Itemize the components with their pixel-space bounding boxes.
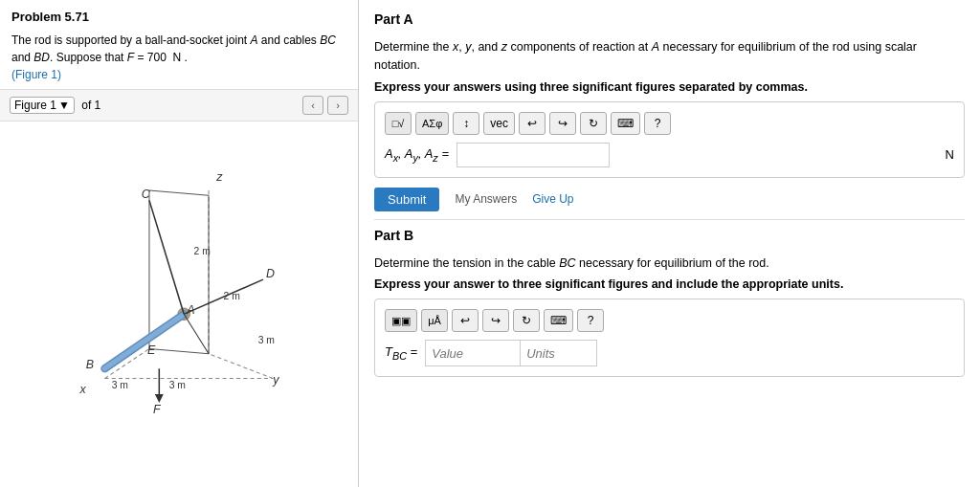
sigma-button[interactable]: ΑΣφ bbox=[415, 112, 449, 135]
help-icon-b: ? bbox=[588, 314, 594, 327]
undo-icon-b: ↩ bbox=[460, 314, 470, 327]
vec-icon: vec bbox=[490, 117, 508, 130]
submit-button-a[interactable]: Submit bbox=[374, 188, 439, 211]
reset-icon: ↻ bbox=[589, 117, 598, 130]
help-button-b[interactable]: ? bbox=[577, 309, 604, 332]
figure-diagram: x y z bbox=[26, 161, 332, 448]
part-a-answer-box: □√ ΑΣφ ↕ vec ↩ ↪ ↻ bbox=[374, 101, 965, 178]
figure-controls: Figure 1 ▼ of 1 ‹ › bbox=[0, 90, 358, 122]
svg-text:x: x bbox=[79, 383, 87, 396]
part-b-description: Determine the tension in the cable BC ne… bbox=[374, 255, 965, 273]
part-a-unit: N bbox=[946, 147, 954, 162]
updown-button[interactable]: ↕ bbox=[453, 112, 479, 135]
svg-text:2 m: 2 m bbox=[194, 246, 211, 256]
value-input[interactable] bbox=[425, 340, 521, 366]
sigma-icon: ΑΣφ bbox=[422, 118, 442, 129]
value-units-row bbox=[425, 340, 597, 366]
prev-button[interactable]: ‹ bbox=[302, 96, 323, 115]
part-b-emphasis: Express your answer to three significant… bbox=[374, 277, 965, 291]
svg-text:A: A bbox=[186, 303, 194, 317]
part-b-input-label: TBC = bbox=[385, 344, 417, 362]
redo-button-a[interactable]: ↪ bbox=[549, 112, 576, 135]
part-b: Part B Determine the tension in the cabl… bbox=[374, 228, 965, 387]
left-panel: Problem 5.71 The rod is supported by a b… bbox=[0, 0, 359, 487]
part-a-header: Part A bbox=[374, 11, 965, 31]
part-b-header: Part B bbox=[374, 228, 965, 247]
svg-text:E: E bbox=[147, 343, 156, 357]
svg-rect-0 bbox=[31, 161, 327, 448]
svg-text:D: D bbox=[266, 267, 275, 280]
svg-text:C: C bbox=[142, 188, 151, 201]
mu-button[interactable]: μÅ bbox=[421, 309, 448, 332]
figure-of-label: of 1 bbox=[78, 99, 100, 112]
chevron-down-icon: ▼ bbox=[58, 99, 70, 112]
vec-button[interactable]: vec bbox=[483, 112, 515, 135]
problem-desc-text: The rod is supported by a ball-and-socke… bbox=[11, 33, 336, 64]
keyboard-icon-b: ⌨ bbox=[550, 314, 567, 327]
redo-icon: ↪ bbox=[558, 117, 568, 130]
reset-icon-b: ↻ bbox=[522, 314, 531, 327]
reset-button-a[interactable]: ↻ bbox=[580, 112, 607, 135]
part-a-input[interactable] bbox=[457, 143, 610, 167]
units-input[interactable] bbox=[521, 340, 597, 366]
figure-select: Figure 1 ▼ of 1 bbox=[10, 97, 100, 114]
svg-text:3 m: 3 m bbox=[258, 335, 275, 345]
svg-text:3 m: 3 m bbox=[169, 380, 186, 390]
problem-title: Problem 5.71 bbox=[11, 10, 346, 24]
toolbar-b: ▣▣ μÅ ↩ ↪ ↻ ⌨ ? bbox=[385, 309, 954, 332]
give-up-link[interactable]: Give Up bbox=[532, 192, 573, 206]
matrix-button[interactable]: ▣▣ bbox=[385, 309, 417, 332]
part-a-input-row: Ax, Ay, Az = N bbox=[385, 143, 954, 167]
redo-icon-b: ↪ bbox=[491, 314, 501, 327]
toolbar-a: □√ ΑΣφ ↕ vec ↩ ↪ ↻ bbox=[385, 112, 954, 135]
problem-header: Problem 5.71 The rod is supported by a b… bbox=[0, 0, 358, 90]
problem-description: The rod is supported by a ball-and-socke… bbox=[11, 32, 346, 83]
mu-icon: μÅ bbox=[428, 315, 441, 326]
svg-text:3 m: 3 m bbox=[112, 380, 128, 390]
keyboard-button-a[interactable]: ⌨ bbox=[611, 112, 640, 135]
part-a-submit-row: Submit My Answers Give Up bbox=[374, 188, 965, 211]
keyboard-button-b[interactable]: ⌨ bbox=[544, 309, 573, 332]
nav-buttons: ‹ › bbox=[302, 96, 348, 115]
figure-area: x y z bbox=[0, 122, 358, 487]
figure-select-box[interactable]: Figure 1 ▼ bbox=[10, 97, 75, 114]
undo-icon: ↩ bbox=[527, 117, 537, 130]
part-b-answer-box: ▣▣ μÅ ↩ ↪ ↻ ⌨ ? bbox=[374, 299, 965, 377]
help-button-a[interactable]: ? bbox=[644, 112, 671, 135]
undo-button-a[interactable]: ↩ bbox=[519, 112, 546, 135]
sqrt-icon: □√ bbox=[392, 118, 405, 129]
svg-text:y: y bbox=[272, 373, 279, 387]
sqrt-button[interactable]: □√ bbox=[385, 112, 412, 135]
part-a-description: Determine the x, y, and z components of … bbox=[374, 38, 965, 75]
figure-label: Figure 1 bbox=[14, 99, 56, 112]
right-panel: Part A Determine the x, y, and z compone… bbox=[359, 0, 980, 487]
my-answers-link[interactable]: My Answers bbox=[455, 192, 517, 206]
undo-button-b[interactable]: ↩ bbox=[452, 309, 479, 332]
figure-link[interactable]: (Figure 1) bbox=[11, 68, 61, 81]
svg-text:2 m: 2 m bbox=[224, 291, 240, 301]
matrix-icon: ▣▣ bbox=[391, 315, 411, 327]
part-b-input-row: TBC = bbox=[385, 340, 954, 366]
help-icon: ? bbox=[655, 117, 661, 130]
keyboard-icon: ⌨ bbox=[617, 117, 634, 130]
reset-button-b[interactable]: ↻ bbox=[513, 309, 540, 332]
part-a-emphasis: Express your answers using three signifi… bbox=[374, 80, 965, 94]
redo-button-b[interactable]: ↪ bbox=[482, 309, 509, 332]
next-button[interactable]: › bbox=[327, 96, 348, 115]
svg-text:B: B bbox=[86, 358, 94, 371]
updown-icon: ↕ bbox=[463, 117, 469, 130]
part-a: Part A Determine the x, y, and z compone… bbox=[374, 11, 965, 211]
svg-text:z: z bbox=[215, 170, 223, 184]
part-a-input-label: Ax, Ay, Az = bbox=[385, 146, 449, 164]
part-divider bbox=[374, 219, 965, 220]
